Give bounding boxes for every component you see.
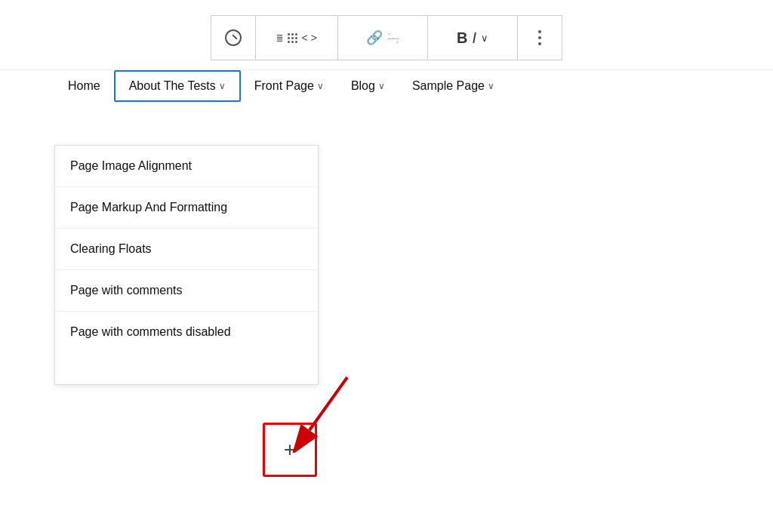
- text-format-button[interactable]: B I ∨: [427, 15, 518, 60]
- nav-label-sample-page: Sample Page: [412, 79, 485, 93]
- code-icon: < >: [302, 32, 317, 44]
- link-icon: 🔗: [366, 29, 383, 46]
- nav-item-front-page[interactable]: Front Page ∨: [241, 72, 337, 100]
- nav-label-front-page: Front Page: [254, 79, 314, 93]
- plus-icon: +: [284, 439, 296, 460]
- chevron-icon-sample-page: ∨: [488, 81, 494, 91]
- chevron-icon-about: ∨: [219, 81, 226, 91]
- dropdown-item-page-markup[interactable]: Page Markup And Formatting: [55, 187, 318, 229]
- about-the-tests-dropdown: Page Image Alignment Page Markup And For…: [54, 145, 319, 385]
- ellipsis-icon: [538, 30, 541, 45]
- strikethrough-icon: ⋱: [387, 31, 399, 45]
- nav-item-blog[interactable]: Blog ∨: [337, 72, 399, 100]
- more-options-button[interactable]: [517, 15, 562, 60]
- nav-label-about-the-tests: About The Tests: [129, 79, 216, 93]
- dropdown-item-clearing-floats[interactable]: Clearing Floats: [55, 229, 318, 270]
- nav-item-sample-page[interactable]: Sample Page ∨: [399, 72, 508, 100]
- dropdown-item-page-with-comments-disabled[interactable]: Page with comments disabled: [55, 312, 318, 384]
- chevron-icon-blog: ∨: [378, 81, 385, 91]
- dropdown-item-page-with-comments[interactable]: Page with comments: [55, 270, 318, 312]
- dropdown-item-page-image-alignment[interactable]: Page Image Alignment: [55, 146, 318, 187]
- list-indent-icon: ≣: [276, 32, 282, 44]
- chevron-down-icon: ∨: [481, 32, 488, 44]
- nav-item-home[interactable]: Home: [54, 72, 114, 100]
- nav-item-about-the-tests[interactable]: About The Tests ∨: [114, 70, 241, 102]
- navigator-button[interactable]: [211, 15, 256, 60]
- toolbar: ≣ < > 🔗 ⋱: [0, 0, 773, 69]
- link-strikethrough-button[interactable]: 🔗 ⋱: [337, 15, 428, 60]
- bold-icon: B: [457, 29, 467, 47]
- nav-bar: Home About The Tests ∨ Front Page ∨ Blog…: [0, 69, 773, 102]
- italic-icon: I: [472, 29, 476, 47]
- add-button[interactable]: +: [263, 423, 317, 477]
- list-indent-grid-code-button[interactable]: ≣ < >: [255, 15, 338, 60]
- chevron-icon-front-page: ∨: [317, 81, 324, 91]
- nav-label-home: Home: [68, 79, 100, 93]
- grid-icon: [288, 33, 297, 43]
- nav-label-blog: Blog: [351, 79, 375, 93]
